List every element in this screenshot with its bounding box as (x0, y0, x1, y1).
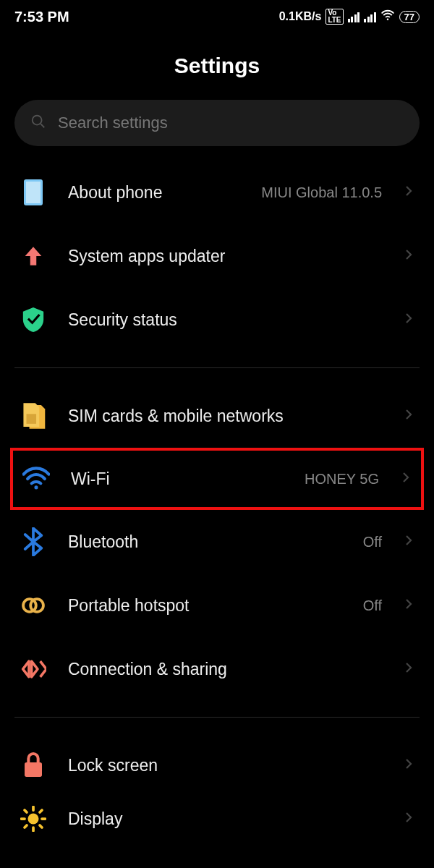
chevron-right-icon (402, 312, 415, 328)
settings-list: About phone MIUI Global 11.0.5 System ap… (0, 161, 434, 841)
svg-point-10 (28, 814, 39, 825)
chevron-right-icon (399, 471, 412, 487)
display-label: Display (68, 809, 382, 829)
svg-line-17 (25, 825, 27, 827)
search-input[interactable]: Search settings (14, 100, 420, 146)
signal-icon-1 (348, 11, 360, 22)
status-bar: 7:53 PM 0.1KB/s VoLTE 77 (0, 0, 434, 33)
connection-sharing-label: Connection & sharing (68, 660, 382, 679)
security-status-label: Security status (68, 310, 382, 330)
row-connection-sharing[interactable]: Connection & sharing (0, 637, 434, 701)
lock-icon (19, 751, 48, 780)
chevron-right-icon (402, 248, 415, 264)
sim-icon (19, 401, 48, 430)
chevron-right-icon (402, 184, 415, 200)
svg-rect-5 (27, 414, 37, 424)
search-placeholder: Search settings (58, 114, 404, 132)
sim-cards-label: SIM cards & mobile networks (68, 407, 382, 426)
search-icon (30, 114, 46, 132)
about-phone-label: About phone (68, 183, 241, 203)
signal-icon-2 (364, 11, 376, 22)
bluetooth-icon (19, 527, 48, 556)
svg-point-0 (386, 18, 388, 20)
wifi-status-icon (380, 8, 395, 26)
row-bluetooth[interactable]: Bluetooth Off (0, 510, 434, 574)
row-sim-cards[interactable]: SIM cards & mobile networks (0, 384, 434, 448)
svg-line-15 (25, 810, 27, 812)
hotspot-icon (19, 591, 48, 620)
network-speed: 0.1KB/s (279, 10, 322, 23)
wifi-icon (22, 464, 51, 493)
arrow-up-icon (19, 242, 48, 271)
svg-line-2 (41, 124, 44, 127)
svg-rect-9 (25, 762, 42, 777)
clock: 7:53 PM (14, 9, 69, 25)
volte-icon: VoLTE (326, 9, 343, 25)
svg-line-16 (40, 825, 42, 827)
wifi-label: Wi-Fi (71, 469, 284, 489)
connection-icon (19, 655, 48, 684)
row-lock-screen[interactable]: Lock screen (0, 733, 434, 797)
chevron-right-icon (402, 597, 415, 613)
divider (14, 717, 420, 718)
svg-point-1 (33, 116, 42, 125)
wifi-value: HONEY 5G (305, 471, 379, 488)
svg-line-18 (40, 810, 42, 812)
row-system-apps-updater[interactable]: System apps updater (0, 224, 434, 288)
portable-hotspot-label: Portable hotspot (68, 596, 343, 616)
row-display[interactable]: Display (0, 797, 434, 841)
about-phone-value: MIUI Global 11.0.5 (261, 184, 382, 201)
bluetooth-label: Bluetooth (68, 532, 343, 552)
chevron-right-icon (402, 811, 415, 827)
phone-icon (19, 178, 48, 207)
divider (14, 367, 420, 368)
battery-icon: 77 (399, 11, 420, 23)
svg-rect-4 (26, 182, 41, 203)
row-security-status[interactable]: Security status (0, 288, 434, 352)
lock-screen-label: Lock screen (68, 756, 382, 775)
system-apps-updater-label: System apps updater (68, 247, 382, 266)
bluetooth-value: Off (363, 534, 382, 550)
shield-check-icon (19, 305, 48, 334)
portable-hotspot-value: Off (363, 597, 382, 614)
chevron-right-icon (402, 757, 415, 773)
svg-point-6 (34, 485, 38, 489)
row-wifi[interactable]: Wi-Fi HONEY 5G (10, 448, 424, 510)
row-portable-hotspot[interactable]: Portable hotspot Off (0, 574, 434, 637)
chevron-right-icon (402, 661, 415, 677)
sun-icon (19, 804, 48, 833)
chevron-right-icon (402, 534, 415, 550)
chevron-right-icon (402, 408, 415, 424)
page-title: Settings (0, 54, 434, 78)
row-about-phone[interactable]: About phone MIUI Global 11.0.5 (0, 161, 434, 224)
